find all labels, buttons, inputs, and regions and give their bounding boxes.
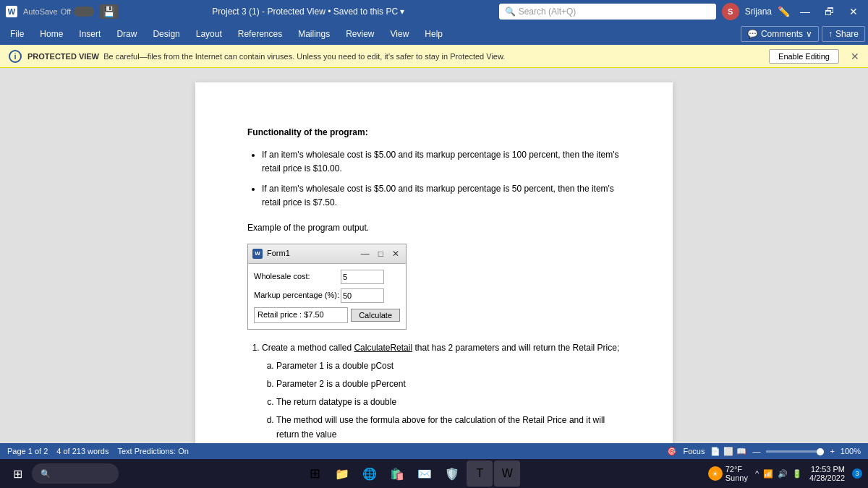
comments-label: Comments xyxy=(761,29,803,39)
protected-view-banner: i PROTECTED VIEW Be careful—files from t… xyxy=(0,45,868,68)
document-wrapper: Functionality of the program: If an item… xyxy=(0,68,868,443)
form1-close[interactable]: ✕ xyxy=(390,249,401,259)
form1-icon: W xyxy=(252,249,263,259)
info-icon: i xyxy=(9,50,22,63)
taskbar-security[interactable]: 🛡️ xyxy=(439,461,465,487)
numbered-list: Create a method called CalculateRetail t… xyxy=(262,341,621,442)
wholesale-row: Wholesale cost: xyxy=(254,270,400,284)
weather-temp: 72°F xyxy=(726,465,748,474)
enable-editing-button[interactable]: Enable Editing xyxy=(769,49,839,64)
share-icon: ↑ xyxy=(828,29,833,39)
menu-right: 💬 Comments ∨ ↑ Share xyxy=(741,26,865,42)
autosave-toggle[interactable] xyxy=(74,7,94,17)
menu-references[interactable]: References xyxy=(231,26,289,42)
taskbar-teams[interactable]: T xyxy=(467,461,493,487)
autosave-state: Off xyxy=(61,7,71,16)
minimize-button[interactable]: — xyxy=(796,0,814,23)
taskbar-files[interactable]: 📁 xyxy=(329,461,355,487)
document: Functionality of the program: If an item… xyxy=(195,82,673,443)
wholesale-input[interactable] xyxy=(341,270,384,284)
result-row: Retail price : $7.50 Calculate xyxy=(254,307,400,323)
calculate-button[interactable]: Calculate xyxy=(351,309,400,322)
taskbar-word[interactable]: W xyxy=(494,461,520,487)
bullet-item-1: If an item's wholesale cost is $5.00 and… xyxy=(262,148,621,176)
bullet-item-2: If an item's wholesale cost is $5.00 and… xyxy=(262,182,621,210)
edit-icon[interactable]: ✏️ xyxy=(778,6,790,17)
menu-review[interactable]: Review xyxy=(339,26,381,42)
menu-view[interactable]: View xyxy=(383,26,417,42)
sub-item-a: Parameter 1 is a double pCost xyxy=(276,359,621,373)
menu-layout[interactable]: Layout xyxy=(189,26,229,42)
autosave-label: AutoSave xyxy=(23,7,58,16)
weather-info: 72°F Sunny xyxy=(726,465,748,482)
menu-draw[interactable]: Draw xyxy=(109,26,144,42)
menu-mailings[interactable]: Mailings xyxy=(291,26,337,42)
method-name: CalculateRetail xyxy=(354,343,412,353)
page-info: Page 1 of 2 xyxy=(7,447,48,455)
focus-label[interactable]: Focus xyxy=(683,447,705,455)
save-icon[interactable]: 💾 xyxy=(100,4,118,19)
taskbar-apps: ⊞ 📁 🌐 🛍️ ✉️ 🛡️ T W xyxy=(122,461,701,487)
markup-input[interactable] xyxy=(341,288,384,303)
taskbar-mail[interactable]: ✉️ xyxy=(412,461,438,487)
system-tray: ^ 📶 🔊 🔋 xyxy=(755,469,802,479)
taskbar-search-icon: 🔍 xyxy=(41,469,51,479)
menu-file[interactable]: File xyxy=(3,26,31,42)
start-button[interactable]: ⊞ xyxy=(6,462,29,485)
markup-row: Markup percentage (%): xyxy=(254,288,400,303)
document-title: Project 3 (1) - Protected View • Saved t… xyxy=(124,7,493,17)
notification-badge[interactable]: 3 xyxy=(852,468,862,479)
banner-close-button[interactable]: ✕ xyxy=(851,51,859,62)
menu-design[interactable]: Design xyxy=(145,26,187,42)
clock-date: 4/28/2022 xyxy=(809,474,845,482)
search-icon: 🔍 xyxy=(505,7,516,17)
status-bar: Page 1 of 2 4 of 213 words Text Predicti… xyxy=(0,443,868,459)
tray-volume[interactable]: 🔊 xyxy=(778,469,788,479)
clock-time: 12:53 PM xyxy=(809,465,845,474)
protected-view-label: PROTECTED VIEW xyxy=(27,52,99,61)
web-view-icon[interactable]: ⬜ xyxy=(723,447,733,456)
taskbar: ⊞ 🔍 ⊞ 📁 🌐 🛍️ ✉️ 🛡️ T W ☀ 72°F Sunny ^ 📶 … xyxy=(0,459,868,488)
print-view-icon[interactable]: 📄 xyxy=(710,447,720,456)
tray-chevron[interactable]: ^ xyxy=(755,469,759,478)
search-placeholder: Search (Alt+Q) xyxy=(519,7,576,17)
read-view-icon[interactable]: 📖 xyxy=(736,447,746,456)
weather-widget[interactable]: ☀ 72°F Sunny xyxy=(704,465,752,482)
close-button[interactable]: ✕ xyxy=(845,0,862,23)
sub-item-c: The return datatype is a double xyxy=(276,395,621,409)
list-item-1: Create a method called CalculateRetail t… xyxy=(262,341,621,442)
form1-titlebar: W Form1 — □ ✕ xyxy=(248,244,406,264)
taskbar-widgets[interactable]: ⊞ xyxy=(302,461,328,487)
text-predictions[interactable]: Text Predictions: On xyxy=(117,447,188,455)
zoom-level: 100% xyxy=(841,447,861,455)
tray-network[interactable]: 📶 xyxy=(763,469,773,479)
share-button[interactable]: ↑ Share xyxy=(822,26,865,42)
tray-battery[interactable]: 🔋 xyxy=(792,469,802,479)
taskbar-store[interactable]: 🛍️ xyxy=(384,461,410,487)
search-bar[interactable]: 🔍 Search (Alt+Q) xyxy=(499,4,716,20)
example-text: Example of the program output. xyxy=(247,221,621,235)
titlebar-right: S Srijana ✏️ — 🗗 ✕ xyxy=(722,0,862,23)
taskbar-clock[interactable]: 12:53 PM 4/28/2022 xyxy=(805,465,849,482)
share-label: Share xyxy=(835,29,859,39)
retail-result: Retail price : $7.50 xyxy=(254,307,348,323)
weather-icon: ☀ xyxy=(708,466,723,481)
form1-restore[interactable]: □ xyxy=(376,249,386,259)
autosave-area: AutoSave Off xyxy=(23,7,94,17)
menu-insert[interactable]: Insert xyxy=(72,26,108,42)
avatar[interactable]: S xyxy=(722,3,739,20)
comments-chevron: ∨ xyxy=(806,29,812,39)
functionality-heading: Functionality of the program: xyxy=(247,126,621,140)
menu-home[interactable]: Home xyxy=(33,26,70,42)
form1-minimize[interactable]: — xyxy=(359,249,372,259)
comments-button[interactable]: 💬 Comments ∨ xyxy=(741,26,819,42)
taskbar-edge[interactable]: 🌐 xyxy=(357,461,383,487)
restore-button[interactable]: 🗗 xyxy=(820,0,839,23)
zoom-plus-icon[interactable]: + xyxy=(830,447,834,455)
zoom-slider[interactable] xyxy=(766,450,824,453)
menu-help[interactable]: Help xyxy=(417,26,450,42)
taskbar-search[interactable]: 🔍 xyxy=(32,463,119,484)
view-icons: 📄 ⬜ 📖 xyxy=(710,447,746,456)
markup-label: Markup percentage (%): xyxy=(254,289,341,302)
zoom-minus-icon[interactable]: — xyxy=(752,447,760,455)
